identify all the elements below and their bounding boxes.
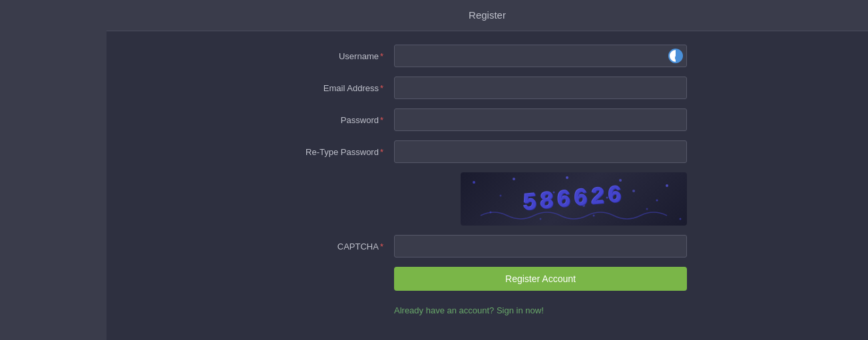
username-row: Username* (288, 45, 687, 67)
autofill-icon[interactable] (668, 49, 683, 63)
svg-point-0 (473, 181, 475, 184)
captcha-label: CAPTCHA* (288, 242, 394, 252)
retype-required: * (380, 147, 383, 157)
svg-point-5 (593, 215, 595, 217)
username-label: Username* (288, 51, 394, 61)
svg-point-8 (666, 184, 668, 187)
captcha-required: * (380, 242, 383, 252)
retype-password-label: Re-Type Password* (288, 147, 394, 157)
email-required: * (380, 83, 383, 93)
retype-password-row: Re-Type Password* (288, 140, 687, 163)
svg-point-15 (632, 190, 635, 192)
email-input[interactable] (394, 77, 687, 99)
password-required: * (380, 115, 383, 125)
svg-point-9 (680, 218, 682, 220)
email-label: Email Address* (288, 83, 394, 93)
form-container: Username* Email Address* Password* Re-Ty (107, 31, 868, 340)
main-content: Register Username* Email Address* Passwo… (107, 0, 868, 340)
sidebar (0, 0, 107, 340)
page-title: Register (469, 9, 506, 21)
svg-point-4 (566, 176, 568, 179)
password-input[interactable] (394, 108, 687, 131)
actions-row: Register Account Already have an account… (288, 267, 687, 315)
svg-point-16 (656, 200, 658, 202)
captcha-image-area: 586626 (288, 172, 687, 226)
username-required: * (380, 51, 383, 61)
svg-point-10 (500, 195, 502, 197)
signin-link[interactable]: Already have an account? Sign in now! (394, 305, 687, 315)
username-input-wrapper (394, 45, 687, 67)
password-row: Password* (288, 108, 687, 131)
captcha-input[interactable] (394, 235, 687, 257)
captcha-image: 586626 (461, 172, 687, 226)
email-row: Email Address* (288, 77, 687, 99)
svg-point-7 (646, 208, 648, 210)
svg-point-2 (513, 178, 515, 180)
captcha-row: CAPTCHA* (288, 235, 687, 257)
svg-point-3 (540, 218, 542, 220)
retype-password-input[interactable] (394, 140, 687, 163)
page-header: Register (107, 0, 868, 31)
register-account-button[interactable]: Register Account (394, 267, 687, 291)
username-input[interactable] (394, 45, 687, 67)
password-label: Password* (288, 115, 394, 125)
